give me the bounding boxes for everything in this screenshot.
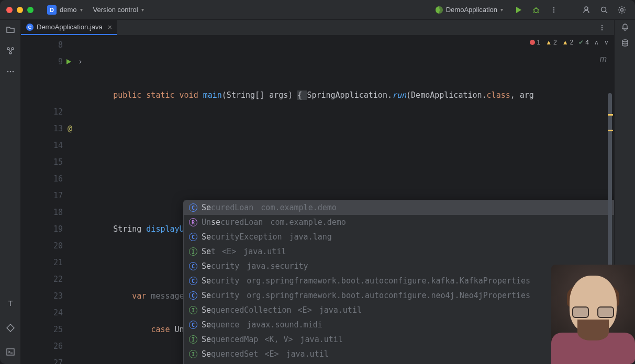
svg-point-24 bbox=[601, 25, 603, 26]
svg-point-18 bbox=[7, 71, 8, 73]
more-tool-button[interactable] bbox=[4, 65, 17, 78]
completion-package: java.util bbox=[300, 335, 343, 344]
completion-item[interactable]: CSequencejavax.sound.midi bbox=[184, 317, 614, 332]
completion-item[interactable]: ISet<E>java.util bbox=[184, 244, 614, 259]
more-actions-button[interactable] bbox=[547, 3, 561, 17]
svg-point-20 bbox=[12, 71, 14, 73]
kind-icon: I bbox=[189, 350, 197, 358]
completion-package: org.springframework.boot.autoconfigure.n… bbox=[247, 291, 530, 300]
completion-package: com.example.demo bbox=[270, 218, 346, 227]
completion-package: org.springframework.boot.autoconfigure.k… bbox=[247, 276, 530, 286]
completion-popup[interactable]: CSecuredLoancom.example.demoRUnsecuredLo… bbox=[183, 200, 614, 364]
project-selector[interactable]: D demo ▾ bbox=[44, 3, 86, 17]
line-number: 12 bbox=[53, 104, 63, 120]
svg-point-19 bbox=[9, 71, 11, 73]
close-tab-button[interactable]: × bbox=[108, 23, 112, 31]
line-number: 24 bbox=[53, 304, 63, 321]
kind-icon: C bbox=[189, 233, 197, 241]
chevron-down-icon: ▾ bbox=[500, 7, 503, 13]
editor-body[interactable]: 1 ▲2 ▲2 ✔4 ∧ ∨ m 8 9 › 12 13 bbox=[21, 36, 614, 364]
line-number: 13 bbox=[53, 120, 63, 137]
svg-point-15 bbox=[9, 52, 12, 54]
line-number: 17 bbox=[53, 187, 63, 204]
completion-name: Sequence bbox=[202, 320, 239, 329]
bookmarks-tool-button[interactable]: T bbox=[4, 297, 17, 311]
version-control-menu[interactable]: Version control ▾ bbox=[90, 4, 147, 16]
run-gutter-icon[interactable] bbox=[65, 58, 72, 65]
svg-line-5 bbox=[538, 12, 539, 13]
database-tool-button[interactable] bbox=[621, 39, 629, 47]
svg-point-27 bbox=[622, 40, 628, 42]
search-button[interactable] bbox=[597, 3, 611, 17]
kind-icon: C bbox=[189, 203, 197, 212]
completion-name: Set bbox=[202, 247, 216, 256]
annotation-gutter-icon[interactable]: @ bbox=[68, 120, 72, 137]
code-line bbox=[73, 120, 614, 137]
completion-item[interactable] bbox=[184, 361, 614, 364]
svg-text:T: T bbox=[8, 299, 13, 308]
project-tool-button[interactable] bbox=[4, 23, 17, 37]
maximize-window-button[interactable] bbox=[27, 7, 34, 13]
completion-item[interactable]: CSecurityorg.springframework.boot.autoco… bbox=[184, 288, 614, 303]
completion-name: SecurityException bbox=[202, 232, 282, 242]
kind-icon: C bbox=[189, 277, 197, 285]
kind-icon: C bbox=[189, 291, 197, 300]
completion-name: UnsecuredLoan bbox=[202, 218, 263, 227]
completion-package: java.util bbox=[319, 305, 362, 315]
close-window-button[interactable] bbox=[6, 7, 13, 13]
warning-stripe[interactable] bbox=[608, 114, 613, 116]
version-control-label: Version control bbox=[93, 6, 138, 14]
project-name: demo bbox=[60, 6, 77, 14]
editor-tab[interactable]: C DemoApplication.java × bbox=[21, 20, 117, 35]
line-number: 27 bbox=[53, 355, 63, 364]
svg-line-16 bbox=[9, 49, 10, 52]
title-bar: D demo ▾ Version control ▾ DemoApplicati… bbox=[0, 0, 635, 20]
kind-icon: C bbox=[189, 321, 197, 329]
completion-name: SequencedCollection bbox=[202, 305, 292, 315]
completion-name: SequencedSet bbox=[202, 349, 258, 359]
run-button[interactable] bbox=[511, 3, 525, 17]
services-tool-button[interactable] bbox=[4, 321, 17, 335]
completion-name: Security bbox=[202, 261, 239, 271]
completion-package: java.util bbox=[286, 349, 328, 359]
completion-item[interactable]: CSecurityjava.security bbox=[184, 259, 614, 274]
notifications-button[interactable] bbox=[621, 23, 629, 31]
completion-package: java.security bbox=[247, 261, 308, 271]
line-number: 21 bbox=[53, 254, 63, 271]
line-number: 18 bbox=[53, 204, 63, 221]
structure-tool-button[interactable] bbox=[4, 44, 17, 58]
completion-type-params: <E> bbox=[298, 305, 312, 315]
completion-item[interactable]: ISequencedSet<E>java.util bbox=[184, 347, 614, 361]
gutter[interactable]: 8 9 › 12 13 @ 14 15 16 17 18 19 bbox=[21, 36, 73, 364]
webcam-overlay bbox=[551, 265, 635, 364]
completion-item[interactable]: CSecurityExceptionjava.lang bbox=[184, 230, 614, 244]
tab-bar: C DemoApplication.java × bbox=[21, 20, 614, 36]
line-number: 23 bbox=[53, 288, 63, 304]
svg-line-4 bbox=[533, 12, 534, 13]
debug-button[interactable] bbox=[529, 3, 543, 17]
completion-package: javax.sound.midi bbox=[247, 320, 322, 329]
completion-item[interactable]: CSecuredLoancom.example.demo bbox=[184, 200, 614, 215]
completion-item[interactable]: CSecurityorg.springframework.boot.autoco… bbox=[184, 274, 614, 288]
svg-point-25 bbox=[601, 27, 603, 28]
completion-item[interactable]: ISequencedCollection<E>java.util bbox=[184, 303, 614, 317]
svg-point-6 bbox=[553, 7, 554, 8]
code-with-me-button[interactable] bbox=[580, 3, 593, 17]
code-line bbox=[73, 53, 614, 70]
tab-options-button[interactable] bbox=[595, 21, 609, 35]
completion-item[interactable]: ISequencedMap<K, V>java.util bbox=[184, 332, 614, 347]
project-icon: D bbox=[47, 5, 57, 15]
run-config-name: DemoApplication bbox=[446, 6, 497, 14]
completion-type-params: <K, V> bbox=[264, 335, 293, 344]
completion-item[interactable]: RUnsecuredLoancom.example.demo bbox=[184, 215, 614, 230]
warning-stripe[interactable] bbox=[608, 130, 613, 131]
kind-icon: R bbox=[189, 218, 197, 226]
terminal-tool-button[interactable] bbox=[4, 345, 17, 359]
run-config-selector[interactable]: DemoApplication ▾ bbox=[431, 4, 507, 16]
traffic-lights bbox=[6, 7, 34, 13]
line-number: 16 bbox=[53, 170, 63, 187]
chevron-down-icon: ▾ bbox=[80, 7, 83, 13]
svg-point-10 bbox=[601, 7, 606, 12]
minimize-window-button[interactable] bbox=[17, 7, 23, 13]
settings-button[interactable] bbox=[615, 3, 629, 17]
